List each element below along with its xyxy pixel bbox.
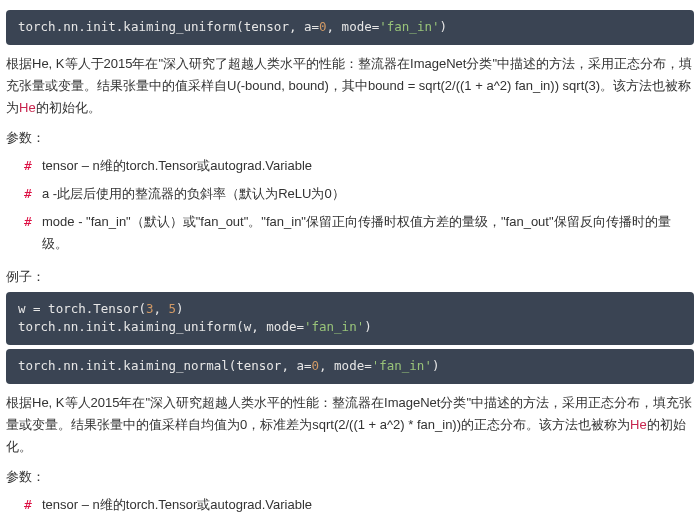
sig-mode-str: 'fan_in' [379,19,439,34]
sig-post: ) [432,358,440,373]
params-label: 参数： [6,127,694,149]
ex-l2s: 'fan_in' [304,319,364,334]
param-tensor: #tensor – n维的torch.Tensor或autograd.Varia… [42,155,694,177]
desc-text-a: 根据He, K等人2015年在"深入研究超越人类水平的性能：整流器在ImageN… [6,395,692,432]
hash-icon: # [24,155,32,177]
he-highlight: He [630,417,647,432]
ex-l2a: torch.nn.init.kaiming_uniform(w, mode= [18,319,304,334]
sig-zero: 0 [312,358,320,373]
param-mode-text: mode - "fan_in"（默认）或"fan_out"。"fan_in"保留… [42,214,671,251]
hash-icon: # [24,494,32,516]
example-label: 例子： [6,266,694,288]
param-a: #a -此层后使用的整流器的负斜率（默认为ReLU为0） [42,183,694,205]
desc-text-a: 根据He, K等人于2015年在"深入研究了超越人类水平的性能：整流器在Imag… [6,56,692,115]
sig-text: torch.nn.init.kaiming_uniform(tensor, a= [18,19,319,34]
hash-icon: # [24,183,32,205]
sig-mid: , mode= [327,19,380,34]
kaiming-normal-desc: 根据He, K等人2015年在"深入研究超越人类水平的性能：整流器在ImageN… [6,392,694,458]
kaiming-uniform-example: w = torch.Tensor(3, 5) torch.nn.init.kai… [6,292,694,346]
sig-text: torch.nn.init.kaiming_normal(tensor, a= [18,358,312,373]
param-tensor-text: tensor – n维的torch.Tensor或autograd.Variab… [42,158,312,173]
sig-mid: , mode= [319,358,372,373]
sig-post: ) [439,19,447,34]
ex-l1b: ) [176,301,184,316]
hash-icon: # [24,211,32,233]
param-tensor: #tensor – n维的torch.Tensor或autograd.Varia… [42,494,694,516]
params-list-2: #tensor – n维的torch.Tensor或autograd.Varia… [6,494,694,521]
sig-mode-str: 'fan_in' [372,358,432,373]
param-a-text: a -此层后使用的整流器的负斜率（默认为ReLU为0） [42,186,345,201]
ex-l2b: ) [364,319,372,334]
kaiming-uniform-desc: 根据He, K等人于2015年在"深入研究了超越人类水平的性能：整流器在Imag… [6,53,694,119]
ex-l1a: w = torch.Tensor( [18,301,146,316]
he-highlight: He [19,100,36,115]
params-list: #tensor – n维的torch.Tensor或autograd.Varia… [6,155,694,255]
ex-sep: , [153,301,168,316]
param-tensor-text: tensor – n维的torch.Tensor或autograd.Variab… [42,497,312,512]
ex-n2: 5 [169,301,177,316]
sig-zero: 0 [319,19,327,34]
kaiming-uniform-signature: torch.nn.init.kaiming_uniform(tensor, a=… [6,10,694,45]
params-label-2: 参数： [6,466,694,488]
kaiming-normal-signature: torch.nn.init.kaiming_normal(tensor, a=0… [6,349,694,384]
desc-text-b: 的初始化。 [36,100,101,115]
param-mode: #mode - "fan_in"（默认）或"fan_out"。"fan_in"保… [42,211,694,255]
